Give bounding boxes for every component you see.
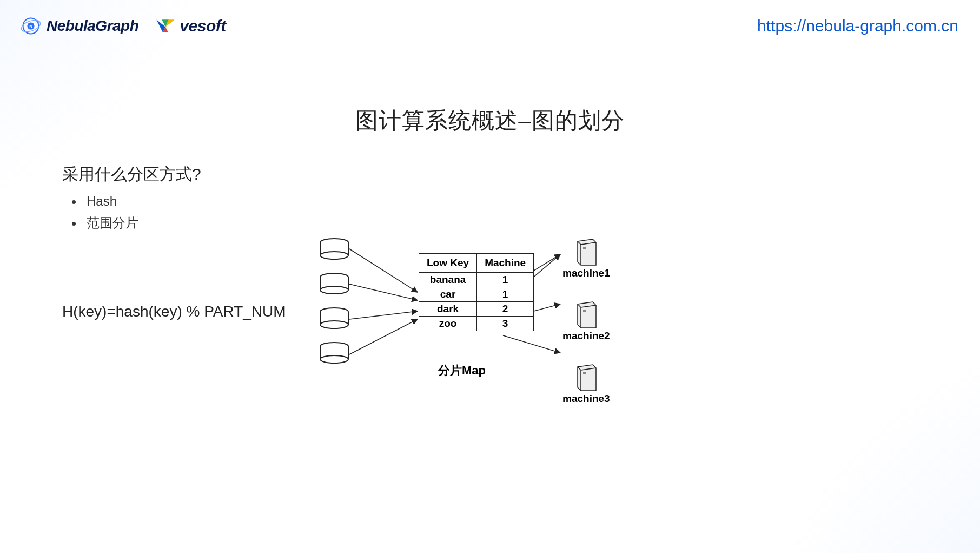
- cylinder-icon: [319, 238, 349, 260]
- slide-title: 图计算系统概述–图的划分: [0, 106, 980, 136]
- table-header-row: Low Key Machine: [419, 254, 534, 273]
- machine-column: machine1 machine2 machine3: [562, 238, 610, 405]
- nebula-text: NebulaGraph: [47, 17, 138, 35]
- table-row: banana1: [419, 273, 534, 287]
- svg-rect-34: [583, 247, 586, 249]
- logos: N NebulaGraph vesoft: [19, 15, 226, 37]
- svg-line-8: [349, 311, 418, 319]
- svg-point-28: [320, 321, 348, 328]
- question-heading: 采用什么分区方式?: [62, 163, 201, 186]
- vesoft-icon: [155, 17, 176, 35]
- col-machine: Machine: [477, 254, 534, 273]
- svg-line-7: [349, 284, 418, 300]
- machine-label: machine1: [562, 267, 610, 279]
- col-low-key: Low Key: [419, 254, 477, 273]
- table-row: car1: [419, 287, 534, 302]
- vesoft-text: vesoft: [180, 17, 226, 35]
- server-icon: [574, 301, 598, 329]
- nebula-icon: N: [19, 15, 42, 37]
- svg-point-33: [320, 356, 348, 363]
- machine-label: machine3: [562, 393, 610, 405]
- site-url[interactable]: https://nebula-graph.com.cn: [757, 17, 958, 35]
- partition-map-table: Low Key Machine banana1 car1 dark2 zoo3: [419, 253, 534, 331]
- cylinder-icon: [319, 342, 349, 364]
- svg-rect-35: [583, 310, 586, 312]
- vesoft-logo: vesoft: [155, 17, 226, 35]
- svg-line-13: [503, 335, 560, 353]
- cylinder-icon: [319, 273, 349, 294]
- map-caption: 分片Map: [438, 363, 486, 379]
- machine-label: machine2: [562, 330, 610, 342]
- server-icon: [574, 238, 598, 266]
- cylinder-icon: [319, 307, 349, 329]
- bullet-item: 范围分片: [83, 214, 138, 232]
- formula-text: H(key)=hash(key) % PART_NUM: [62, 303, 286, 320]
- datastore-column: [319, 238, 349, 364]
- machine-item: machine2: [562, 301, 610, 342]
- svg-line-9: [349, 319, 418, 354]
- svg-point-18: [320, 252, 348, 259]
- bullet-list: Hash 范围分片: [70, 188, 138, 237]
- partition-diagram: Low Key Machine banana1 car1 dark2 zoo3 …: [319, 238, 611, 384]
- nebula-logo: N NebulaGraph: [19, 15, 138, 37]
- table-row: zoo3: [419, 317, 534, 331]
- svg-line-6: [349, 249, 418, 292]
- server-icon: [574, 364, 598, 392]
- svg-rect-36: [583, 372, 586, 374]
- machine-item: machine3: [562, 364, 610, 405]
- bullet-item: Hash: [83, 194, 138, 209]
- svg-point-5: [22, 30, 24, 32]
- table-row: dark2: [419, 302, 534, 317]
- header: N NebulaGraph vesoft https://nebula-grap…: [0, 10, 980, 42]
- svg-point-4: [37, 21, 39, 23]
- svg-text:N: N: [29, 24, 32, 29]
- machine-item: machine1: [562, 238, 610, 279]
- svg-point-23: [320, 286, 348, 294]
